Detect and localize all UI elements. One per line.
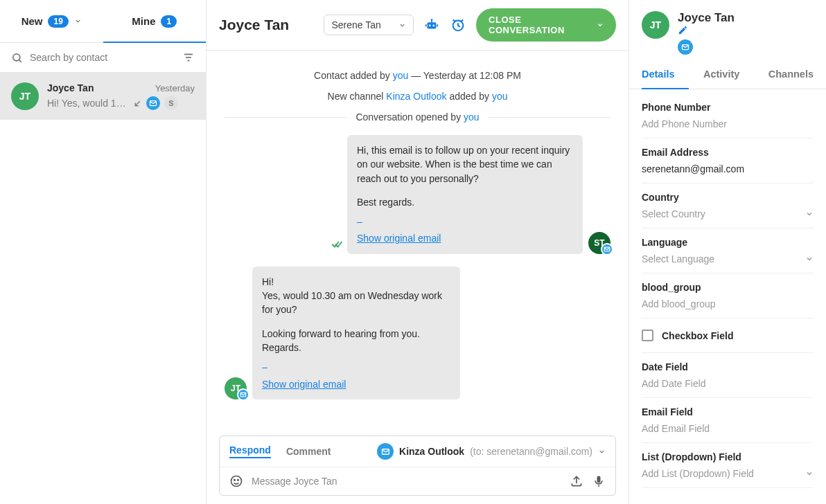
field-select[interactable]: Select Country: [642, 208, 814, 219]
divider-text: Conversation opened by: [355, 111, 464, 123]
message-composer: Respond Comment Kinza Outlook (to: seren…: [219, 435, 616, 496]
field-label: blood_group: [642, 282, 814, 293]
sidebar: New 19 Mine 1 JT Joyc: [0, 0, 206, 504]
chevron-down-icon: [805, 210, 814, 218]
tab-new[interactable]: New 19: [0, 0, 103, 42]
details-panel: JT Joyce Tan Details Activity Channels P…: [629, 0, 826, 504]
composer-channel-selector[interactable]: Kinza Outlook (to: serenetann@gmail.com): [377, 443, 606, 460]
system-text: New channel: [328, 91, 387, 102]
detail-tabs: Details Activity Channels: [629, 60, 826, 89]
close-conversation-button[interactable]: CLOSE CONVERSATION: [476, 8, 616, 42]
svg-point-9: [433, 25, 435, 27]
system-link[interactable]: you: [492, 91, 508, 102]
svg-point-11: [431, 19, 433, 21]
contact-time: Yesterday: [155, 83, 195, 93]
field-label: List (Dropdown) Field: [642, 451, 814, 462]
message-text: Regards.: [262, 341, 450, 354]
email-channel-icon: [377, 443, 394, 460]
tab-details[interactable]: Details: [642, 60, 689, 89]
inbox-tabs: New 19 Mine 1: [0, 0, 206, 43]
detail-field[interactable]: Email FieldAdd Email Field: [642, 398, 814, 443]
composer-tab-respond[interactable]: Respond: [229, 444, 271, 458]
chevron-down-icon[interactable]: [74, 17, 82, 25]
message-text: Best regards.: [357, 195, 573, 209]
detail-field[interactable]: Date FieldAdd Date Field: [642, 353, 814, 398]
show-original-link[interactable]: Show original email: [357, 231, 441, 245]
field-label: Email Address: [642, 147, 814, 158]
conversation-body: Contact added by you — Yesterday at 12:0…: [206, 51, 629, 431]
search-icon: [11, 52, 23, 64]
sender-avatar: JT: [225, 377, 247, 399]
system-link[interactable]: Kinza Outlook: [386, 91, 446, 102]
attach-icon[interactable]: [570, 474, 583, 488]
field-value: Add List (Dropdown) Field: [642, 468, 754, 479]
chevron-down-icon[interactable]: [597, 21, 604, 28]
detail-field[interactable]: Phone NumberAdd Phone Number: [642, 93, 814, 138]
bot-icon[interactable]: [423, 16, 440, 34]
detail-field[interactable]: Email Addressserenetann@gmail.com: [642, 138, 814, 183]
svg-rect-7: [428, 22, 437, 28]
avatar: JT: [642, 11, 669, 39]
show-original-link[interactable]: Show original email: [262, 377, 346, 391]
checkbox-label: Checkbox Field: [662, 330, 733, 341]
chevron-down-icon: [598, 448, 606, 456]
conversation-title: Joyce Tan: [219, 17, 314, 33]
svg-point-20: [231, 476, 242, 487]
search-input[interactable]: [30, 52, 175, 63]
detail-fields: Phone NumberAdd Phone NumberEmail Addres…: [629, 89, 826, 504]
svg-point-8: [429, 25, 431, 27]
svg-point-21: [234, 480, 236, 481]
contact-name: Joyce Tan: [678, 11, 735, 24]
field-value: Select Language: [642, 253, 714, 264]
svg-rect-23: [597, 476, 601, 483]
detail-field[interactable]: CountrySelect Country: [642, 183, 814, 228]
system-link[interactable]: you: [393, 70, 409, 81]
svg-rect-13: [437, 24, 439, 27]
detail-field[interactable]: List (Dropdown) FieldAdd List (Dropdown)…: [642, 443, 814, 488]
assignee-selector[interactable]: Serene Tan: [324, 15, 414, 35]
tab-activity[interactable]: Activity: [689, 60, 755, 89]
chevron-down-icon: [805, 469, 814, 478]
message-text: Hi, this email is to follow up on your r…: [357, 143, 573, 186]
divider-link[interactable]: you: [464, 111, 480, 123]
system-message: Contact added by you — Yesterday at 12:0…: [225, 70, 610, 81]
field-value: Add Phone Number: [642, 118, 814, 129]
checkbox-field[interactable]: Checkbox Field: [642, 318, 814, 353]
email-channel-icon: [678, 39, 693, 55]
edit-icon[interactable]: [678, 25, 739, 35]
field-value: Add blood_group: [642, 298, 814, 309]
field-value: Add Email Field: [642, 423, 814, 434]
emoji-icon[interactable]: [229, 474, 243, 488]
conversation-list-item[interactable]: JT Joyce Tan Yesterday Hi! Yes, would 10…: [0, 73, 206, 120]
tab-new-label: New: [21, 15, 43, 27]
detail-field[interactable]: blood_groupAdd blood_group: [642, 273, 814, 318]
tab-channels[interactable]: Channels: [755, 60, 814, 89]
system-text: added by: [447, 91, 492, 102]
field-select[interactable]: Add List (Dropdown) Field: [642, 468, 814, 479]
composer-tab-comment[interactable]: Comment: [286, 446, 331, 457]
field-label: Phone Number: [642, 102, 814, 113]
svg-point-0: [13, 53, 20, 60]
svg-line-1: [19, 60, 21, 62]
contact-preview: Hi! Yes, would 10.30 a...: [47, 98, 129, 109]
composer-channel-to: (to: serenetann@gmail.com): [470, 446, 592, 457]
system-message: New channel Kinza Outlook added by you: [225, 91, 610, 102]
message-text: Looking forward to hearing from you.: [262, 327, 450, 341]
field-value: Select Country: [642, 208, 705, 219]
composer-channel-name: Kinza Outlook: [399, 446, 464, 457]
filter-icon[interactable]: [182, 51, 195, 64]
svg-rect-12: [425, 24, 427, 27]
tab-mine[interactable]: Mine 1: [103, 0, 206, 42]
snooze-icon[interactable]: [450, 16, 466, 34]
message-outgoing: Hi, this email is to follow up on your r…: [225, 135, 610, 254]
message-input[interactable]: [252, 476, 561, 487]
checkbox[interactable]: [642, 330, 653, 341]
field-select[interactable]: Select Language: [642, 253, 814, 264]
field-label: Date Field: [642, 361, 814, 372]
message-bubble: Hi! Yes, would 10.30 am on Wednesday wor…: [252, 267, 460, 399]
assignee-name: Serene Tan: [331, 19, 380, 30]
field-label: Language: [642, 237, 814, 248]
chevron-down-icon: [398, 21, 406, 29]
detail-field[interactable]: LanguageSelect Language: [642, 228, 814, 273]
mic-icon[interactable]: [592, 474, 606, 488]
